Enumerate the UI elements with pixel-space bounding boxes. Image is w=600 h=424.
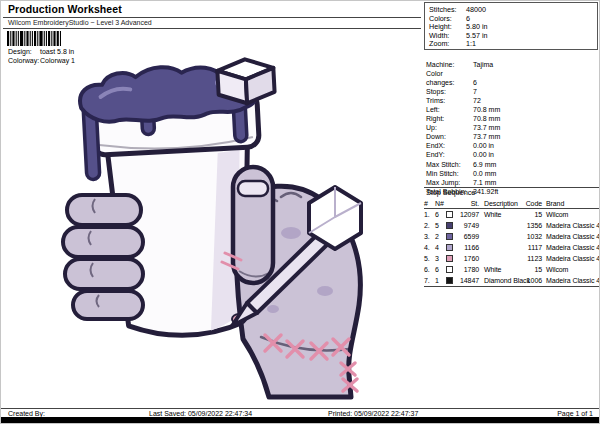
seq-stitches: 14847 [458, 277, 481, 284]
machine-row: Color changes:6 [426, 69, 599, 87]
summary-row: Zoom:1:1 [429, 40, 597, 49]
machine-row: Min Stitch:0.0 mm [426, 169, 599, 178]
seq-needle: 5 [435, 222, 446, 229]
stop-sequence-row: 7.114847Diamond Black1006Madeira Classic… [424, 275, 599, 286]
page-number: Page 1 of 1 [557, 410, 593, 417]
design-value: toast 5.8 in [40, 48, 74, 55]
divider [3, 28, 421, 29]
machine-label: Min Stitch: [426, 169, 473, 178]
bottom-black-bar [1, 417, 600, 424]
seq-needle: 6 [435, 211, 446, 218]
production-worksheet-page: Production Worksheet Wilcom EmbroiderySt… [0, 0, 600, 424]
thread-swatch [446, 277, 453, 284]
design-summary-box: Stitches:48000 Colors:6 Height:5.80 in W… [424, 2, 598, 50]
seq-desc: Diamond Black [481, 277, 524, 284]
stop-sequence-row: 1.612097White15Wilcom [424, 209, 599, 220]
seq-stitches: 12097 [458, 211, 481, 218]
summary-label: Zoom: [429, 40, 466, 49]
seq-needle: 2 [435, 233, 446, 240]
col-brand: Brand [543, 200, 599, 207]
seq-stitches: 6599 [458, 233, 481, 240]
stop-sequence-row: 6.61780White15Wilcom [424, 264, 599, 275]
machine-value: 0.00 in [473, 151, 494, 158]
machine-row: Down:73.7 mm [426, 132, 599, 141]
machine-label: EndY: [426, 150, 473, 159]
seq-brand: Wilcom [543, 266, 599, 273]
machine-label: EndX: [426, 141, 473, 150]
seq-needle: 6 [435, 266, 446, 273]
thread-swatch [446, 222, 453, 229]
machine-value: 70.8 mm [473, 106, 500, 113]
machine-row: Up:73.7 mm [426, 123, 599, 132]
seq-code: 1356 [524, 222, 543, 229]
divider [3, 17, 421, 18]
thread-swatch [446, 244, 453, 251]
machine-label: Down: [426, 132, 473, 141]
machine-label: Max Jump: [426, 178, 473, 187]
created-by-label: Created By: [8, 410, 45, 417]
seq-brand: Wilcom [543, 211, 599, 218]
machine-label: Trims: [426, 96, 473, 105]
summary-row: Width:5.57 in [429, 32, 597, 41]
machine-value: 70.8 mm [473, 115, 500, 122]
summary-row: Colors:6 [429, 15, 597, 24]
machine-label: Left: [426, 105, 473, 114]
col-needle: N# [435, 200, 446, 207]
machine-value: 7 [473, 88, 477, 95]
seq-brand: Madeira Classic 40 [543, 244, 600, 251]
machine-label: Up: [426, 123, 473, 132]
machine-row: Max Jump:7.1 mm [426, 178, 599, 187]
app-subtitle: Wilcom EmbroideryStudio ~ Level 3 Advanc… [8, 19, 152, 26]
machine-value: 6 [473, 79, 477, 86]
seq-code: 1117 [524, 244, 543, 251]
stop-sequence-row: 2.597491356Madeira Classic 40 [424, 220, 599, 231]
machine-value: Tajima [473, 61, 493, 68]
machine-value: 0.0 mm [473, 170, 496, 177]
machine-info-panel: Machine:Tajima Color changes:6 Stops:7 T… [426, 60, 599, 196]
divider [424, 286, 599, 287]
col-stitches: St. [458, 200, 481, 207]
machine-label: Max Stitch: [426, 160, 473, 169]
machine-row: Max Stitch:6.9 mm [426, 160, 599, 169]
seq-code: 15 [524, 266, 543, 273]
thread-swatch [446, 233, 453, 240]
stop-sequence-row: 3.265991032Madeira Classic 40 [424, 231, 599, 242]
stop-sequence-title: Stop Sequence [424, 188, 599, 198]
stop-sequence-header: # N# St. Description Code Brand [424, 198, 599, 208]
page-title: Production Worksheet [8, 3, 122, 15]
barcode-icon [7, 31, 61, 46]
machine-value: 72 [473, 97, 481, 104]
thread-swatch [446, 211, 453, 218]
machine-label: Machine: [426, 60, 473, 69]
seq-desc: White [481, 266, 524, 273]
machine-row: Machine:Tajima [426, 60, 599, 69]
seq-needle: 1 [435, 277, 446, 284]
seq-brand: Madeira Classic 40 [543, 255, 600, 262]
seq-brand: Madeira Classic 40 [543, 233, 600, 240]
col-code: Code [524, 200, 543, 207]
design-row: Design:toast 5.8 in [8, 48, 74, 55]
seq-code: 15 [524, 211, 543, 218]
last-saved-text: Last Saved: 05/09/2022 22:47:34 [149, 410, 252, 417]
stop-sequence-row: 5.317601123Madeira Classic 40 [424, 253, 599, 264]
summary-row: Height:5.80 in [429, 23, 597, 32]
seq-needle: 4 [435, 244, 446, 251]
machine-label: Stops: [426, 87, 473, 96]
machine-value: 73.7 mm [473, 133, 500, 140]
seq-brand: Madeira Classic 40 [543, 277, 600, 284]
machine-label: Right: [426, 114, 473, 123]
thread-swatch [446, 266, 453, 273]
col-description: Description [481, 200, 524, 207]
thread-swatch [446, 255, 453, 262]
seq-code: 1123 [524, 255, 543, 262]
cube [217, 58, 275, 105]
thumb [233, 167, 273, 283]
design-label: Design: [8, 48, 40, 55]
seq-stitches: 1760 [458, 255, 481, 262]
machine-value: 73.7 mm [473, 124, 500, 131]
seq-brand: Madeira Classic 40 [543, 222, 600, 229]
machine-row: Stops:7 [426, 87, 599, 96]
seq-desc: White [481, 211, 524, 218]
machine-row: Right:70.8 mm [426, 114, 599, 123]
fingers [63, 195, 143, 319]
